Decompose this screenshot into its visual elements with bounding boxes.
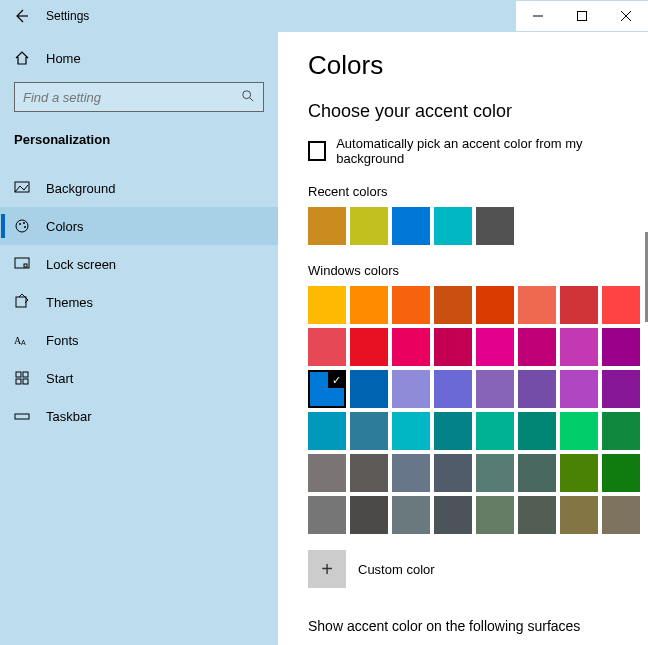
windows-color-swatch[interactable] bbox=[392, 412, 430, 450]
search-input[interactable] bbox=[23, 90, 241, 105]
maximize-button[interactable] bbox=[560, 1, 604, 31]
windows-color-swatch[interactable] bbox=[560, 286, 598, 324]
windows-color-swatch[interactable] bbox=[308, 454, 346, 492]
accent-heading: Choose your accent color bbox=[308, 101, 618, 122]
windows-color-swatch[interactable] bbox=[350, 328, 388, 366]
windows-color-swatch[interactable] bbox=[560, 328, 598, 366]
nav-icon bbox=[14, 218, 30, 234]
windows-color-swatch[interactable] bbox=[350, 412, 388, 450]
windows-color-swatch[interactable] bbox=[602, 370, 640, 408]
nav-icon bbox=[14, 294, 30, 310]
svg-point-4 bbox=[243, 90, 251, 98]
window-title: Settings bbox=[42, 9, 89, 23]
search-icon bbox=[241, 89, 255, 106]
windows-color-swatch[interactable] bbox=[602, 286, 640, 324]
home-label: Home bbox=[46, 51, 81, 66]
nav-item-taskbar[interactable]: Taskbar bbox=[0, 397, 278, 435]
windows-color-swatch[interactable] bbox=[350, 286, 388, 324]
nav-label: Colors bbox=[46, 219, 84, 234]
windows-color-swatch[interactable] bbox=[518, 370, 556, 408]
recent-color-swatch[interactable] bbox=[350, 207, 388, 245]
svg-point-9 bbox=[23, 222, 25, 224]
custom-color-label: Custom color bbox=[358, 562, 435, 577]
svg-line-5 bbox=[250, 97, 254, 101]
windows-color-swatch[interactable] bbox=[350, 454, 388, 492]
surfaces-heading: Show accent color on the following surfa… bbox=[308, 618, 618, 634]
windows-color-swatch[interactable] bbox=[518, 328, 556, 366]
auto-pick-checkbox[interactable]: Automatically pick an accent color from … bbox=[308, 136, 618, 166]
search-field[interactable] bbox=[14, 82, 264, 112]
recent-color-swatch[interactable] bbox=[476, 207, 514, 245]
nav-icon bbox=[14, 256, 30, 272]
recent-color-swatch[interactable] bbox=[434, 207, 472, 245]
windows-color-swatch[interactable] bbox=[602, 412, 640, 450]
windows-color-swatch[interactable] bbox=[476, 454, 514, 492]
svg-rect-16 bbox=[16, 372, 21, 377]
recent-color-swatch[interactable] bbox=[308, 207, 346, 245]
windows-color-swatch[interactable] bbox=[602, 454, 640, 492]
windows-color-swatch[interactable] bbox=[308, 370, 346, 408]
windows-color-swatch[interactable] bbox=[602, 328, 640, 366]
windows-color-swatch[interactable] bbox=[476, 412, 514, 450]
windows-color-swatch[interactable] bbox=[434, 286, 472, 324]
windows-color-swatch[interactable] bbox=[434, 454, 472, 492]
svg-rect-18 bbox=[16, 379, 21, 384]
svg-text:A: A bbox=[21, 339, 26, 346]
windows-color-swatch[interactable] bbox=[392, 286, 430, 324]
windows-color-swatch[interactable] bbox=[434, 328, 472, 366]
svg-rect-13 bbox=[16, 297, 26, 307]
svg-point-10 bbox=[24, 226, 26, 228]
windows-color-swatch[interactable] bbox=[476, 496, 514, 534]
nav-item-fonts[interactable]: AAFonts bbox=[0, 321, 278, 359]
windows-color-swatch[interactable] bbox=[560, 412, 598, 450]
nav-item-lock-screen[interactable]: Lock screen bbox=[0, 245, 278, 283]
windows-color-swatch[interactable] bbox=[476, 370, 514, 408]
svg-rect-17 bbox=[23, 372, 28, 377]
windows-color-swatch[interactable] bbox=[434, 370, 472, 408]
svg-rect-19 bbox=[23, 379, 28, 384]
svg-rect-1 bbox=[578, 12, 587, 21]
windows-color-swatch[interactable] bbox=[560, 370, 598, 408]
windows-color-swatch[interactable] bbox=[560, 496, 598, 534]
nav-icon: AA bbox=[14, 332, 30, 348]
windows-color-swatch[interactable] bbox=[308, 286, 346, 324]
windows-color-swatch[interactable] bbox=[434, 412, 472, 450]
nav-item-themes[interactable]: Themes bbox=[0, 283, 278, 321]
windows-color-swatch[interactable] bbox=[560, 454, 598, 492]
nav-label: Background bbox=[46, 181, 115, 196]
windows-color-swatch[interactable] bbox=[518, 496, 556, 534]
windows-color-swatch[interactable] bbox=[392, 370, 430, 408]
main-panel: Colors Choose your accent color Automati… bbox=[278, 32, 648, 645]
windows-color-swatch[interactable] bbox=[518, 286, 556, 324]
windows-color-swatch[interactable] bbox=[476, 328, 514, 366]
windows-color-swatch[interactable] bbox=[476, 286, 514, 324]
windows-color-swatch[interactable] bbox=[308, 496, 346, 534]
nav-icon bbox=[14, 408, 30, 424]
home-icon bbox=[14, 50, 30, 66]
windows-color-swatch[interactable] bbox=[392, 328, 430, 366]
windows-color-swatch[interactable] bbox=[602, 496, 640, 534]
nav-item-start[interactable]: Start bbox=[0, 359, 278, 397]
sidebar: Home Personalization BackgroundColorsLoc… bbox=[0, 32, 278, 645]
windows-color-swatch[interactable] bbox=[434, 496, 472, 534]
windows-color-swatch[interactable] bbox=[518, 412, 556, 450]
windows-color-swatch[interactable] bbox=[518, 454, 556, 492]
page-title: Colors bbox=[308, 50, 618, 81]
close-button[interactable] bbox=[604, 1, 648, 31]
back-button[interactable] bbox=[0, 1, 42, 31]
home-nav[interactable]: Home bbox=[0, 40, 278, 76]
windows-color-swatch[interactable] bbox=[308, 328, 346, 366]
minimize-button[interactable] bbox=[516, 1, 560, 31]
checkbox-box bbox=[308, 141, 326, 161]
windows-color-swatch[interactable] bbox=[350, 370, 388, 408]
custom-color-button[interactable]: + bbox=[308, 550, 346, 588]
nav-item-background[interactable]: Background bbox=[0, 169, 278, 207]
auto-pick-label: Automatically pick an accent color from … bbox=[336, 136, 618, 166]
nav-item-colors[interactable]: Colors bbox=[0, 207, 278, 245]
windows-color-swatch[interactable] bbox=[392, 454, 430, 492]
windows-color-swatch[interactable] bbox=[350, 496, 388, 534]
recent-color-swatch[interactable] bbox=[392, 207, 430, 245]
category-heading: Personalization bbox=[0, 124, 278, 161]
windows-color-swatch[interactable] bbox=[308, 412, 346, 450]
windows-color-swatch[interactable] bbox=[392, 496, 430, 534]
